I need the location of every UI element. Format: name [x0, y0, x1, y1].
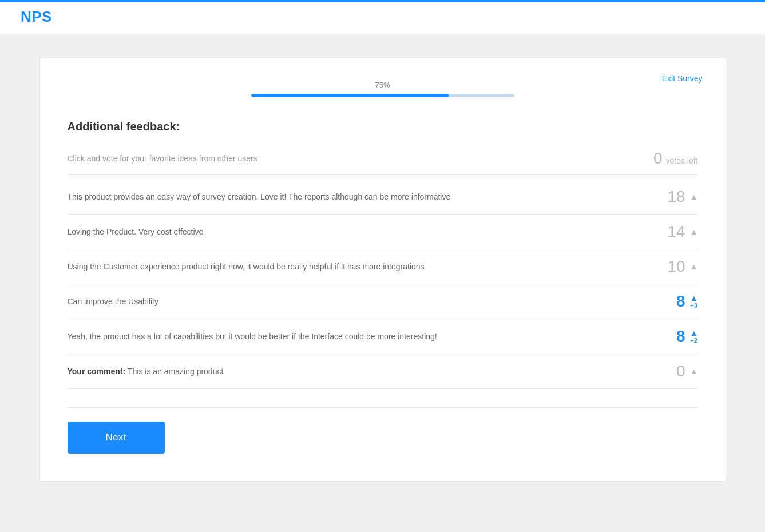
vote-arrow-container[interactable]: ▲ [690, 193, 698, 201]
vote-count: 14 [667, 223, 685, 241]
feedback-list: This product provides an easy way of sur… [68, 180, 698, 389]
vote-count: 8 [667, 327, 685, 346]
vote-count: 0 [667, 362, 685, 380]
votes-left-number: 0 [653, 149, 663, 168]
vote-arrow-container[interactable]: ▲+2 [690, 329, 698, 344]
feedback-item: Yeah, the product has a lot of capabilit… [68, 319, 698, 354]
upvote-arrow-icon[interactable]: ▲ [690, 263, 698, 271]
progress-track [251, 94, 514, 97]
vote-section: 18▲ [664, 188, 698, 206]
button-divider [68, 407, 698, 408]
survey-card: Exit Survey 75% Additional feedback: Cli… [39, 57, 726, 482]
feedback-item: Loving the Product. Very cost effective1… [68, 215, 698, 249]
exit-survey-link[interactable]: Exit Survey [662, 74, 703, 83]
votes-left-container: 0 votes left [653, 149, 698, 168]
feedback-text: Can improve the Usability [68, 297, 664, 306]
vote-delta: +2 [690, 337, 697, 344]
feedback-item: Using the Customer experience product ri… [68, 249, 698, 284]
vote-section: 0▲ [664, 362, 698, 380]
app-title: NPS [21, 8, 52, 26]
feedback-text: Loving the Product. Very cost effective [68, 227, 664, 236]
header: NPS [0, 0, 765, 34]
upvote-arrow-icon[interactable]: ▲ [690, 367, 698, 375]
feedback-text: Yeah, the product has a lot of capabilit… [68, 332, 664, 341]
upvote-arrow-icon[interactable]: ▲ [690, 294, 698, 302]
vote-delta: +3 [690, 302, 697, 309]
vote-section: 8▲+3 [664, 292, 698, 311]
vote-arrow-container[interactable]: ▲ [690, 367, 698, 375]
feedback-text: Using the Customer experience product ri… [68, 262, 664, 271]
progress-fill [251, 94, 449, 97]
comment-label: Your comment: [68, 367, 128, 376]
vote-count: 10 [667, 257, 685, 276]
feedback-item: Your comment: This is an amazing product… [68, 354, 698, 389]
vote-arrow-container[interactable]: ▲+3 [690, 294, 698, 309]
feedback-item: Can improve the Usability8▲+3 [68, 284, 698, 319]
feedback-text: Your comment: This is an amazing product [68, 367, 664, 376]
vote-instruction-row: Click and vote for your favorite ideas f… [68, 142, 698, 175]
vote-section: 8▲+2 [664, 327, 698, 346]
next-button[interactable]: Next [68, 422, 165, 454]
feedback-text: This product provides an easy way of sur… [68, 192, 664, 201]
vote-count: 18 [667, 188, 685, 206]
feedback-item: This product provides an easy way of sur… [68, 180, 698, 215]
vote-section: 10▲ [664, 257, 698, 276]
main-content: Exit Survey 75% Additional feedback: Cli… [0, 34, 765, 505]
upvote-arrow-icon[interactable]: ▲ [690, 228, 698, 236]
section-title: Additional feedback: [68, 120, 698, 133]
vote-instruction-text: Click and vote for your favorite ideas f… [68, 154, 257, 163]
vote-section: 14▲ [664, 223, 698, 241]
progress-label: 75% [375, 81, 390, 89]
progress-section: 75% [68, 76, 698, 97]
top-bar [0, 0, 765, 2]
upvote-arrow-icon[interactable]: ▲ [690, 193, 698, 201]
vote-arrow-container[interactable]: ▲ [690, 263, 698, 271]
vote-count: 8 [667, 292, 685, 311]
votes-left-label: votes left [665, 156, 697, 165]
vote-arrow-container[interactable]: ▲ [690, 228, 698, 236]
upvote-arrow-icon[interactable]: ▲ [690, 329, 698, 337]
